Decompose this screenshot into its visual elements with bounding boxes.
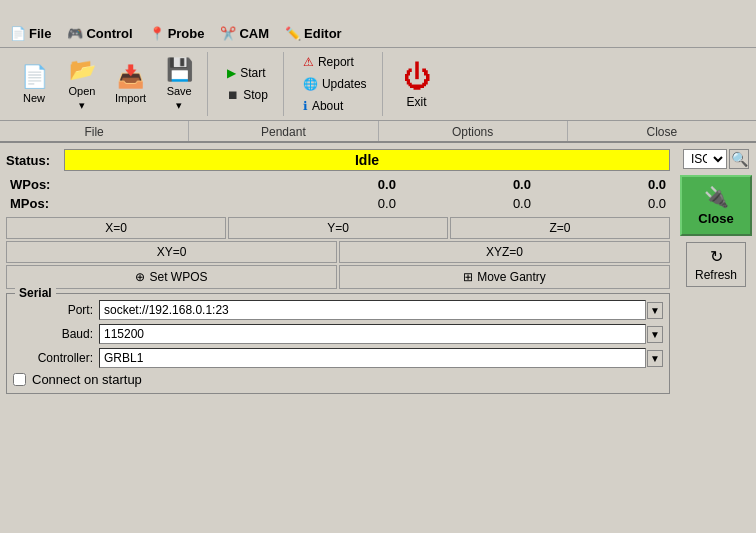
toolbar-label-pendant: Pendant <box>189 121 378 141</box>
plug-icon: 🔌 <box>704 185 729 209</box>
cam-icon: ✂️ <box>220 26 236 41</box>
baud-label: Baud: <box>13 327 93 341</box>
editor-icon: ✏️ <box>285 26 301 41</box>
toolbar: 📄 New 📂 Open▾ 📥 Import 💾 Save▾ ▶ Start ⏹… <box>0 48 756 121</box>
wpos-row: WPos: 0.0 0.0 0.0 <box>6 175 670 194</box>
wpos-x: 0.0 <box>265 175 400 194</box>
wpos-y: 0.0 <box>400 175 535 194</box>
open-icon: 📂 <box>69 57 96 83</box>
controller-label: Controller: <box>13 351 93 365</box>
refresh-icon: ↻ <box>710 247 723 266</box>
controller-row: Controller: GRBL1 ▼ <box>13 348 663 368</box>
menu-control[interactable]: 🎮 Control <box>59 24 140 43</box>
xy-xyz-row: XY=0 XYZ=0 <box>6 241 670 263</box>
save-icon: 💾 <box>166 57 193 83</box>
probe-icon: 📍 <box>149 26 165 41</box>
mpos-row: MPos: 0.0 0.0 0.0 <box>6 194 670 213</box>
connect-on-startup-checkbox[interactable] <box>13 373 26 386</box>
port-dropdown[interactable]: ▼ <box>647 302 663 319</box>
menu-file[interactable]: 📄 File <box>2 24 59 43</box>
port-label: Port: <box>13 303 93 317</box>
start-icon: ▶ <box>227 66 236 80</box>
set-wpos-icon: ⊕ <box>135 270 145 284</box>
iso-selector: ISO1 ISO2 ISO3 🔍 <box>683 149 749 169</box>
z-zero-button[interactable]: Z=0 <box>450 217 670 239</box>
menu-probe[interactable]: 📍 Probe <box>141 24 213 43</box>
move-gantry-button[interactable]: ⊞ Move Gantry <box>339 265 670 289</box>
move-gantry-icon: ⊞ <box>463 270 473 284</box>
xyz-zero-button[interactable]: XYZ=0 <box>339 241 670 263</box>
new-icon: 📄 <box>21 64 48 90</box>
baud-dropdown[interactable]: ▼ <box>647 326 663 343</box>
port-row: Port: socket://192.168.0.1:23 ▼ <box>13 300 663 320</box>
mpos-z: 0.0 <box>535 194 670 213</box>
connect-on-startup-label: Connect on startup <box>32 372 142 387</box>
toolbar-bottom: File Pendant Options Close <box>0 121 756 143</box>
connect-startup-row: Connect on startup <box>13 372 663 387</box>
toolbar-label-options: Options <box>379 121 568 141</box>
baud-row: Baud: 115200 ▼ <box>13 324 663 344</box>
toolbar-pendant-group: ▶ Start ⏹ Stop <box>212 52 284 116</box>
xyz-zero-row: X=0 Y=0 Z=0 <box>6 217 670 239</box>
open-button[interactable]: 📂 Open▾ <box>60 53 104 116</box>
controller-input[interactable]: GRBL1 <box>99 348 646 368</box>
status-value: Idle <box>64 149 670 171</box>
x-zero-button[interactable]: X=0 <box>6 217 226 239</box>
zoom-button[interactable]: 🔍 <box>729 149 749 169</box>
stop-button[interactable]: ⏹ Stop <box>218 85 277 105</box>
toolbar-label-file: File <box>0 121 189 141</box>
coords-table: WPos: 0.0 0.0 0.0 MPos: 0.0 0.0 0.0 <box>6 175 670 213</box>
serial-section: Serial Port: socket://192.168.0.1:23 ▼ B… <box>6 293 670 394</box>
updates-icon: 🌐 <box>303 77 318 91</box>
mpos-label: MPos: <box>6 194 265 213</box>
refresh-button[interactable]: ↻ Refresh <box>686 242 746 287</box>
new-button[interactable]: 📄 New <box>12 60 56 108</box>
left-panel: Status: Idle WPos: 0.0 0.0 0.0 MPos: 0.0… <box>0 143 676 400</box>
start-button[interactable]: ▶ Start <box>218 63 277 83</box>
xy-zero-button[interactable]: XY=0 <box>6 241 337 263</box>
wpos-label: WPos: <box>6 175 265 194</box>
import-icon: 📥 <box>117 64 144 90</box>
y-zero-button[interactable]: Y=0 <box>228 217 448 239</box>
report-button[interactable]: ⚠ Report <box>294 52 376 72</box>
port-input[interactable]: socket://192.168.0.1:23 <box>99 300 646 320</box>
title-bar <box>0 0 756 20</box>
exit-icon: ⏻ <box>403 60 431 93</box>
toolbar-options-group: ⚠ Report 🌐 Updates ℹ About <box>288 52 383 116</box>
exit-button[interactable]: ⏻ Exit <box>393 56 441 113</box>
stop-icon: ⏹ <box>227 88 239 102</box>
menu-bar: 📄 File 🎮 Control 📍 Probe ✂️ CAM ✏️ Edito… <box>0 20 756 48</box>
mpos-x: 0.0 <box>265 194 400 213</box>
controller-dropdown[interactable]: ▼ <box>647 350 663 367</box>
status-label: Status: <box>6 153 58 168</box>
menu-cam[interactable]: ✂️ CAM <box>212 24 277 43</box>
main-area: Status: Idle WPos: 0.0 0.0 0.0 MPos: 0.0… <box>0 143 756 400</box>
toolbar-file-group: 📄 New 📂 Open▾ 📥 Import 💾 Save▾ <box>6 52 208 116</box>
import-button[interactable]: 📥 Import <box>108 60 153 108</box>
iso-select[interactable]: ISO1 ISO2 ISO3 <box>683 149 727 169</box>
serial-legend: Serial <box>15 286 56 300</box>
about-icon: ℹ <box>303 99 308 113</box>
baud-input[interactable]: 115200 <box>99 324 646 344</box>
right-panel: ISO1 ISO2 ISO3 🔍 🔌 Close ↻ Refresh <box>676 143 756 400</box>
save-button[interactable]: 💾 Save▾ <box>157 53 201 116</box>
wpos-z: 0.0 <box>535 175 670 194</box>
mpos-y: 0.0 <box>400 194 535 213</box>
report-icon: ⚠ <box>303 55 314 69</box>
status-row: Status: Idle <box>6 149 670 171</box>
about-button[interactable]: ℹ About <box>294 96 376 116</box>
action-btn-row: ⊕ Set WPOS ⊞ Move Gantry <box>6 265 670 289</box>
close-button[interactable]: 🔌 Close <box>680 175 752 236</box>
toolbar-label-close: Close <box>568 121 756 141</box>
updates-button[interactable]: 🌐 Updates <box>294 74 376 94</box>
toolbar-close-group: ⏻ Exit <box>387 52 447 116</box>
menu-editor[interactable]: ✏️ Editor <box>277 24 350 43</box>
file-icon: 📄 <box>10 26 26 41</box>
control-icon: 🎮 <box>67 26 83 41</box>
